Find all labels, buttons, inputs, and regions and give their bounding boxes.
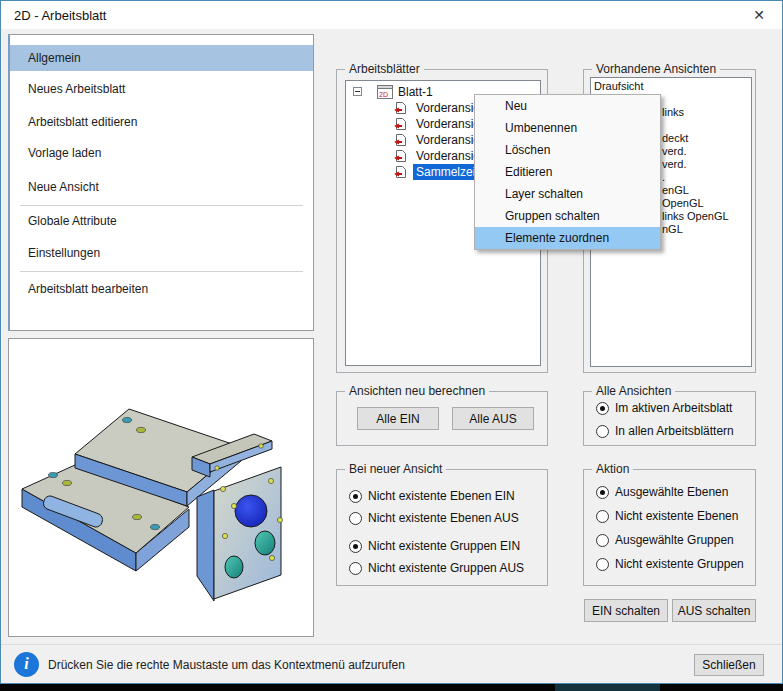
radio-label: Ausgewählte Gruppen [615,533,734,547]
sidebar-item-label: Globale Attribute [28,214,117,228]
sidebar-item-label: Vorlage laden [28,146,101,160]
group-alle-ansichten: Alle Ansichten Im aktiven Arbeitsblatt I… [583,391,756,446]
sidebar-item-label: Allgemein [28,51,81,65]
menu-item-elemente-zuordnen[interactable]: Elemente zuordnen [475,227,660,249]
sidebar-divider [20,205,303,206]
list-item[interactable]: Draufsicht [591,80,751,93]
background-window-strip [0,684,783,691]
list-item-label: OpenGL [662,197,704,209]
sidebar-item-label: Arbeitsblatt bearbeiten [28,282,148,296]
group-label: Ansichten neu berechnen [345,384,489,398]
menu-item-loeschen[interactable]: Löschen [475,139,660,161]
menu-item-layer-schalten[interactable]: Layer schalten [475,183,660,205]
list-item-label: verd. [662,158,686,170]
sidebar-item-vorlage-laden[interactable]: Vorlage laden [10,140,313,166]
radio-gruppen-ein[interactable]: Nicht existente Gruppen EIN [349,538,543,554]
sidebar-item-label: Arbeitsblatt editieren [28,115,137,129]
radio-icon [349,562,362,575]
model-preview-panel [8,338,314,637]
sidebar-item-label: Neues Arbeitsblatt [28,82,125,96]
radio-ebenen-aus[interactable]: Nicht existente Ebenen AUS [349,510,543,526]
sidebar-item-label: Neue Ansicht [28,180,99,194]
radio-ausgewaehlte-ebenen[interactable]: Ausgewählte Ebenen [596,484,751,500]
group-bei-neuer-ansicht: Bei neuer Ansicht Nicht existente Ebenen… [336,469,548,586]
sidebar-item-neue-ansicht[interactable]: Neue Ansicht [10,174,313,200]
sheet-icon: 2D [377,85,393,99]
sidebar-item-arbeitsblatt-bearbeiten[interactable]: Arbeitsblatt bearbeiten [10,276,313,302]
sidebar-item-einstellungen[interactable]: Einstellungen [10,240,313,266]
radio-icon [596,402,609,415]
group-label: Alle Ansichten [592,384,675,398]
radio-label: Ausgewählte Ebenen [615,485,728,499]
context-menu: Neu Umbenennen Löschen Editieren Layer s… [474,94,661,250]
radio-nicht-existente-ebenen[interactable]: Nicht existente Ebenen [596,508,751,524]
view-doc-icon [393,117,406,131]
radio-label: Nicht existente Gruppen [615,557,744,571]
radio-icon [596,510,609,523]
list-item-label: links [662,106,684,118]
group-label: Arbeitsblätter [345,62,424,76]
dialog-2d-arbeitsblatt: 2D - Arbeitsblatt ✕ Allgemein Neues Arbe… [0,0,783,684]
list-item-label: deckt [662,132,688,144]
radio-icon [596,558,609,571]
menu-item-umbenennen[interactable]: Umbenennen [475,117,660,139]
svg-text:2D: 2D [379,91,388,98]
radio-gruppen-aus[interactable]: Nicht existente Gruppen AUS [349,560,543,576]
sidebar-divider [20,271,303,272]
view-doc-icon [393,149,406,163]
sidebar: Allgemein Neues Arbeitsblatt Arbeitsblat… [8,34,314,331]
titlebar: 2D - Arbeitsblatt ✕ [1,1,782,29]
alle-ein-button[interactable]: Alle EIN [357,407,439,430]
radio-label: Nicht existente Ebenen EIN [368,489,515,503]
tree-root-label: Blatt-1 [398,84,433,100]
menu-item-editieren[interactable]: Editieren [475,161,660,183]
ein-schalten-button[interactable]: EIN schalten [584,599,668,622]
list-item-label: Draufsicht [594,80,644,92]
group-label: Bei neuer Ansicht [345,462,446,476]
statusbar: i Drücken Sie die rechte Maustaste um da… [1,644,782,683]
sidebar-item-allgemein[interactable]: Allgemein [10,45,313,71]
radio-icon [596,486,609,499]
view-doc-icon [393,133,406,147]
sidebar-item-neues-arbeitsblatt[interactable]: Neues Arbeitsblatt [10,76,313,102]
view-doc-icon [393,165,406,179]
radio-in-allen-arbeitsblaettern[interactable]: In allen Arbeitsblättern [596,423,751,439]
radio-icon [596,534,609,547]
radio-label: Nicht existente Ebenen [615,509,738,523]
alle-aus-button[interactable]: Alle AUS [452,407,534,430]
list-item-label: enGL [662,184,689,196]
list-item-label: nGL [662,223,683,235]
radio-ausgewaehlte-gruppen[interactable]: Ausgewählte Gruppen [596,532,751,548]
menu-item-neu[interactable]: Neu [475,95,660,117]
radio-icon [349,490,362,503]
radio-icon [349,540,362,553]
aus-schalten-button[interactable]: AUS schalten [672,599,756,622]
group-aktion: Aktion Ausgewählte Ebenen Nicht existent… [583,469,756,586]
radio-icon [596,425,609,438]
collapse-icon[interactable] [353,87,362,96]
radio-icon [349,512,362,525]
list-item-label: links OpenGL [662,210,729,222]
radio-label: Im aktiven Arbeitsblatt [615,401,732,415]
radio-label: Nicht existente Gruppen EIN [368,539,520,553]
list-item-label: . [662,171,665,183]
radio-label: In allen Arbeitsblättern [615,424,734,438]
group-ansichten-neu-berechnen: Ansichten neu berechnen Alle EIN Alle AU… [336,391,548,446]
radio-ebenen-ein[interactable]: Nicht existente Ebenen EIN [349,488,543,504]
sidebar-item-arbeitsblatt-editieren[interactable]: Arbeitsblatt editieren [10,109,313,135]
menu-item-gruppen-schalten[interactable]: Gruppen schalten [475,205,660,227]
window-title: 2D - Arbeitsblatt [14,8,107,23]
radio-im-aktiven-arbeitsblatt[interactable]: Im aktiven Arbeitsblatt [596,400,751,416]
schliessen-button[interactable]: Schließen [694,654,764,676]
view-doc-icon [393,101,406,115]
cad-part-preview-image [9,339,313,636]
list-item-label: verd. [662,145,686,157]
sidebar-item-globale-attribute[interactable]: Globale Attribute [10,208,313,234]
background-window-fragment [555,684,660,691]
info-icon: i [14,652,39,677]
radio-label: Nicht existente Gruppen AUS [368,561,524,575]
group-label: Aktion [592,462,633,476]
sidebar-item-label: Einstellungen [28,246,100,260]
radio-nicht-existente-gruppen[interactable]: Nicht existente Gruppen [596,556,751,572]
close-icon[interactable]: ✕ [746,5,772,25]
